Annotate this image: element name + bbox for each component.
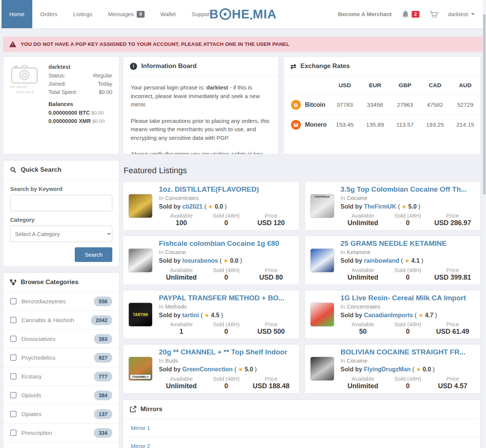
listing-title[interactable]: BOLIVIAN COCAINE STRAIGHT FR...	[341, 348, 475, 357]
vendor-link[interactable]: CanadianImports	[364, 312, 413, 318]
listing-category-line: In Buds	[159, 357, 294, 365]
listing-image[interactable]	[128, 248, 152, 272]
star-icon: ★	[404, 257, 409, 264]
profile-fields: Status: Regular Joined: Today Total Spen…	[48, 73, 112, 95]
listing-category: Buds	[165, 357, 178, 364]
rates-header-row: USDEURGBPCADAUD	[284, 76, 480, 95]
scrollbar-thumb[interactable]	[483, 14, 486, 195]
vendor-link[interactable]: rainbowland	[364, 257, 399, 264]
listing-image[interactable]: THEFIRMUK	[310, 194, 334, 218]
listing-title[interactable]: 1oz. DISTILLATE(FLAVORED)	[159, 185, 294, 194]
become-merchant-link[interactable]: Become A Merchant	[338, 11, 392, 17]
listing-rating: 5.0	[245, 366, 253, 372]
listing-card[interactable]: CHANNEL+ 20g ** CHANNEL + ** Top Shelf I…	[123, 344, 299, 393]
listing-category: Cocaine	[165, 249, 186, 255]
quick-search-title: Quick Search	[21, 166, 62, 174]
category-row[interactable]: Opiates 137	[3, 404, 119, 423]
category-checkbox[interactable]	[10, 373, 17, 380]
vendor-link[interactable]: cb2021	[182, 203, 202, 210]
vendor-link[interactable]: tartini	[182, 312, 199, 318]
category-row[interactable]: Benzodiazepines 556	[3, 292, 119, 310]
listing-title[interactable]: 1G Live Resin- Cereal Milk CA Import	[341, 294, 475, 303]
cart-button[interactable]	[430, 11, 438, 18]
listing-image[interactable]	[128, 194, 152, 218]
category-checkbox[interactable]	[10, 392, 17, 398]
category-checkbox[interactable]	[10, 298, 17, 304]
listing-card[interactable]: Fishcale colombian Cocaine 1g €80 In Coc…	[123, 236, 299, 285]
category-checkbox[interactable]	[10, 336, 17, 342]
keyword-input[interactable]	[10, 195, 112, 211]
listing-image[interactable]	[310, 357, 334, 381]
nav-item[interactable]: Listings	[65, 0, 100, 28]
mirror-link[interactable]: Mirror 1	[123, 419, 480, 437]
listing-card[interactable]: 1oz. DISTILLATE(FLAVORED) In Concentrate…	[123, 182, 299, 230]
listing-image[interactable]	[310, 303, 334, 327]
vendor-link[interactable]: GreenConnection	[182, 366, 232, 372]
listing-card[interactable]: THEFIRMUK 3.5g Top Colombian Cocaine Off…	[305, 182, 481, 230]
listing-title[interactable]: 3.5g Top Colombian Cocaine Off Th...	[341, 185, 475, 194]
listing-image[interactable]	[310, 248, 334, 272]
listing-sold: 0	[204, 219, 249, 227]
coin-icon: B	[291, 100, 301, 110]
category-row[interactable]: Ecstasy 777	[3, 367, 119, 386]
category-row[interactable]	[3, 442, 119, 448]
category-row[interactable]: Psychedelics 927	[3, 348, 119, 367]
category-checkbox[interactable]	[10, 411, 17, 417]
listing-card[interactable]: BOLIVIAN COCAINE STRAIGHT FR... In Cocai…	[305, 344, 481, 393]
vendor-link[interactable]: losurabenos	[182, 257, 218, 264]
category-count-badge: 334	[94, 428, 112, 438]
camera-icon	[10, 64, 39, 85]
mirror-link[interactable]: Mirror 2	[123, 437, 480, 448]
scrollbar[interactable]	[483, 0, 486, 448]
category-select[interactable]: Select A Category	[10, 226, 112, 242]
listing-card[interactable]: TARTINI PAYPAL TRANSFER METHOD + BO... I…	[123, 290, 299, 339]
listing-sold: 0	[204, 382, 249, 390]
category-checkbox[interactable]	[10, 354, 17, 361]
listing-body: 3.5g Top Colombian Cocaine Off Th... In …	[341, 185, 475, 227]
listing-title[interactable]: 20g ** CHANNEL + ** Top Shelf Indoor	[159, 348, 294, 357]
rates-body: B Bitcoin 3778333458279634758252729 M	[284, 95, 480, 135]
listing-price: USD 399.81	[430, 274, 475, 282]
bohemia-logo[interactable]: BHEMIA	[209, 7, 276, 21]
rate-value: 214.15	[450, 115, 480, 135]
chevron-down-icon	[471, 13, 475, 15]
category-row[interactable]: Prescription 334	[3, 423, 119, 442]
listing-body: 25 GRAMS NEEDLE KETAMINE In Ketamine Sol…	[341, 239, 475, 281]
nav-item[interactable]: Wallet	[152, 0, 184, 28]
notifications-button[interactable]: 2	[402, 10, 420, 18]
nav-item[interactable]: Orders	[32, 0, 65, 28]
listing-title[interactable]: PAYPAL TRANSFER METHOD + BO...	[159, 294, 294, 303]
listing-image[interactable]: CHANNEL+	[128, 357, 152, 381]
category-row[interactable]: Cannabis & Hashish 2042	[3, 310, 119, 329]
listing-title[interactable]: Fishcale colombian Cocaine 1g €80	[159, 239, 294, 248]
listing-card[interactable]: 25 GRAMS NEEDLE KETAMINE In Ketamine Sol…	[305, 236, 481, 285]
information-board-panel: i Information Board Your personal login …	[123, 56, 279, 154]
listing-rating: 4.5	[211, 312, 219, 318]
nav-item[interactable]: Messages 0	[100, 0, 152, 28]
vendor-link[interactable]: FlyingDrugzMan	[364, 366, 411, 372]
listing-card[interactable]: 1G Live Resin- Cereal Milk CA Import In …	[305, 290, 481, 339]
star-icon: ★	[401, 203, 406, 210]
listing-price: USD 80	[249, 274, 294, 282]
listing-body: 1oz. DISTILLATE(FLAVORED) In Concentrate…	[159, 185, 294, 227]
rate-value: 52729	[450, 95, 480, 115]
category-row[interactable]: Opioids 384	[3, 386, 119, 404]
category-checkbox[interactable]	[10, 430, 17, 436]
listing-title[interactable]: 25 GRAMS NEEDLE KETAMINE	[341, 239, 475, 248]
user-menu[interactable]: darktest	[448, 11, 475, 17]
coin-cell: B Bitcoin	[284, 95, 330, 115]
listing-vendor-line: Sold by GreenConnection ( ★ 5.0 )	[159, 365, 294, 374]
nav-menu: Home Orders Listings Messages 0 Wallet S…	[2, 0, 219, 28]
listing-price: USD 188.48	[249, 382, 294, 390]
category-count-badge: 556	[94, 297, 112, 306]
category-row[interactable]: Dissociatives 383	[3, 329, 119, 348]
search-button[interactable]: Search	[75, 247, 112, 262]
vendor-link[interactable]: TheFirmUK	[364, 203, 396, 210]
listing-category-line: In Cocaine	[159, 248, 294, 256]
nav-item[interactable]: Home	[2, 0, 32, 28]
listing-sold: 0	[204, 274, 249, 282]
category-checkbox[interactable]	[10, 317, 17, 323]
listing-image[interactable]: TARTINI	[128, 303, 152, 327]
category-label: Prescription	[21, 430, 52, 436]
rate-value: 113.57	[390, 115, 420, 135]
